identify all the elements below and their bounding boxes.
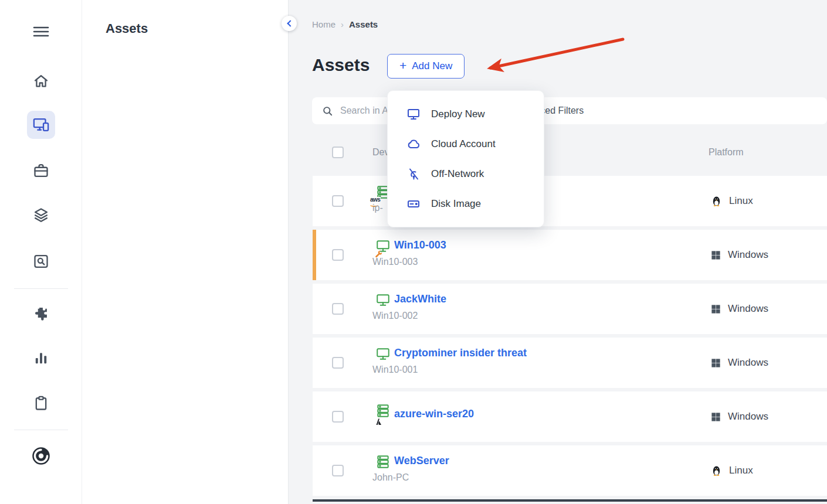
icon-rail xyxy=(0,0,82,504)
platform-label: Windows xyxy=(728,249,768,261)
menu-item-label: Off-Network xyxy=(431,168,484,180)
menu-item-disk-image[interactable]: Disk Image xyxy=(388,189,544,219)
column-header-platform[interactable]: Platform xyxy=(709,147,744,158)
device-name-link[interactable]: JackWhite xyxy=(394,293,446,305)
platform-cell: Windows xyxy=(710,303,768,315)
row-checkbox[interactable] xyxy=(332,465,344,476)
table-row[interactable]: Cryptominer insider threat Win10-001 Win… xyxy=(313,338,827,388)
main-content: Home › Assets Assets + Add New Advanced … xyxy=(289,0,827,504)
add-new-button[interactable]: + Add New xyxy=(387,54,465,79)
azure-badge-icon xyxy=(373,417,382,427)
app-window: Assets All Assets 81 Devices 51 Computer… xyxy=(0,0,827,504)
menu-item-label: Cloud Account xyxy=(431,138,496,150)
linux-icon xyxy=(710,464,723,477)
table-row[interactable]: azure-win-ser20 Windows xyxy=(313,391,827,442)
device-subtitle: Win10-002 xyxy=(372,311,418,321)
platform-cell: Linux xyxy=(710,464,753,477)
device-subtitle: John-PC xyxy=(372,472,409,483)
chevron-left-icon xyxy=(287,20,293,26)
tasks-icon[interactable] xyxy=(33,395,49,411)
asset-search-icon[interactable] xyxy=(33,253,49,270)
layers-icon[interactable] xyxy=(33,207,49,223)
packages-icon[interactable] xyxy=(33,162,49,179)
platform-cell: Windows xyxy=(710,249,768,261)
device-name-link[interactable]: Win10-003 xyxy=(394,239,446,251)
platform-cell: Windows xyxy=(710,357,768,369)
menu-item-label: Disk Image xyxy=(431,198,481,210)
add-new-dropdown-menu: Deploy New Cloud Account Off-Network Dis… xyxy=(387,90,544,227)
hamburger-menu-icon[interactable] xyxy=(31,22,51,42)
breadcrumb: Home › Assets xyxy=(312,19,378,29)
row-checkbox[interactable] xyxy=(332,249,344,261)
row-checkbox[interactable] xyxy=(332,195,344,207)
windows-icon xyxy=(710,357,721,369)
search-icon xyxy=(322,105,333,117)
sidebar-title: Assets xyxy=(106,21,148,36)
server-icon xyxy=(375,403,391,418)
linux-icon xyxy=(710,195,723,207)
breadcrumb-current: Assets xyxy=(349,19,378,29)
platform-label: Linux xyxy=(729,195,753,207)
row-checkbox[interactable] xyxy=(332,357,344,369)
platform-cell: Linux xyxy=(710,195,753,207)
menu-item-cloud-account[interactable]: Cloud Account xyxy=(388,129,544,159)
table-row[interactable]: WebServer John-PC Linux xyxy=(313,445,827,496)
add-new-label: Add New xyxy=(412,60,452,72)
next-row-edge xyxy=(313,499,827,502)
select-all-checkbox[interactable] xyxy=(332,147,344,158)
rail-divider xyxy=(14,430,68,430)
device-name-link[interactable]: WebServer xyxy=(394,455,449,467)
devices-icon[interactable] xyxy=(32,116,50,134)
monitor-icon xyxy=(375,346,391,362)
device-subtitle: ip- xyxy=(372,203,383,213)
page-title: Assets xyxy=(312,55,370,75)
monitor-icon xyxy=(375,292,391,308)
device-subtitle: Win10-001 xyxy=(372,365,418,375)
off-network-icon xyxy=(406,167,421,181)
windows-icon xyxy=(710,250,721,261)
windows-icon xyxy=(710,411,721,423)
reports-icon[interactable] xyxy=(33,350,49,366)
integrations-icon[interactable] xyxy=(33,305,49,322)
assets-sidebar: Assets xyxy=(82,0,289,504)
home-icon[interactable] xyxy=(33,73,49,89)
breadcrumb-home[interactable]: Home xyxy=(312,19,335,29)
device-name-link[interactable]: azure-win-ser20 xyxy=(394,408,474,420)
menu-item-label: Deploy New xyxy=(431,108,485,120)
platform-label: Windows xyxy=(728,411,768,423)
monitor-icon xyxy=(406,107,421,121)
brand-logo-icon[interactable] xyxy=(30,445,52,467)
plus-icon: + xyxy=(399,59,406,73)
device-subtitle: Win10-003 xyxy=(372,257,418,267)
row-checkbox[interactable] xyxy=(332,303,344,315)
device-name-link[interactable]: Cryptominer insider threat xyxy=(394,347,527,359)
platform-label: Windows xyxy=(728,303,768,315)
table-row[interactable]: Win10-003 Win10-003 Windows xyxy=(313,230,827,280)
platform-label: Linux xyxy=(729,465,753,476)
server-icon xyxy=(375,454,391,469)
cloud-icon xyxy=(406,137,421,151)
row-checkbox[interactable] xyxy=(332,411,344,423)
menu-item-deploy-new[interactable]: Deploy New xyxy=(388,99,544,129)
breadcrumb-separator-icon: › xyxy=(341,19,344,29)
rail-divider xyxy=(14,288,68,289)
disk-icon xyxy=(406,197,421,211)
windows-icon xyxy=(710,304,721,315)
platform-cell: Windows xyxy=(710,411,768,423)
table-row[interactable]: JackWhite Win10-002 Windows xyxy=(313,284,827,334)
menu-item-off-network[interactable]: Off-Network xyxy=(388,159,544,189)
platform-label: Windows xyxy=(728,357,768,369)
sidebar-collapse-button[interactable] xyxy=(282,16,297,31)
monitor-icon xyxy=(375,239,391,254)
